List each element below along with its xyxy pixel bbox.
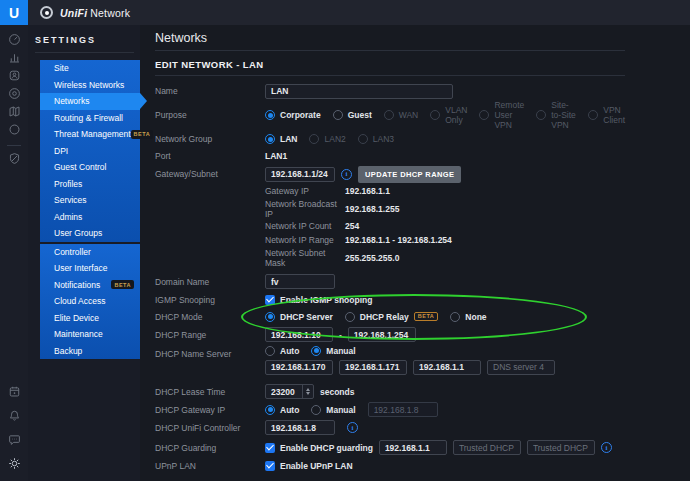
map-icon[interactable]: [8, 105, 21, 118]
shield-icon[interactable]: [8, 152, 21, 165]
chat-icon[interactable]: [8, 433, 21, 446]
update-dhcp-range-button[interactable]: UPDATE DHCP RANGE: [358, 166, 461, 183]
checkbox-checked-icon: [265, 443, 275, 453]
dhcp-gateway-option-auto[interactable]: Auto: [265, 405, 299, 415]
sidebar-item-routing-firewall[interactable]: Routing & Firewall: [40, 110, 140, 127]
radio-icon: [358, 134, 368, 144]
sidebar-item-notifications[interactable]: NotificationsBETA: [40, 277, 140, 294]
insights-icon[interactable]: [8, 123, 21, 136]
dashboard-icon[interactable]: [8, 33, 21, 46]
sidebar-item-wireless-networks[interactable]: Wireless Networks: [40, 77, 140, 94]
range-separator: -: [339, 330, 342, 340]
dhcp-unifi-controller-input[interactable]: [265, 420, 335, 435]
sidebar-item-admins[interactable]: Admins: [40, 209, 140, 226]
dns-server-2-input[interactable]: [339, 360, 407, 375]
dhcp-guarding-checkbox[interactable]: Enable DHCP guarding: [265, 443, 373, 453]
sidebar-item-site[interactable]: Site: [40, 60, 140, 77]
info-icon[interactable]: [347, 422, 358, 433]
dhcp-range-end-input[interactable]: [348, 327, 416, 342]
purpose-label: Purpose: [155, 110, 265, 120]
dhcp-mode-option-none[interactable]: None: [450, 312, 486, 322]
subnet-mask-value: 255.255.255.0: [345, 253, 399, 263]
lease-time-field: [265, 384, 314, 399]
radio-icon: [265, 405, 275, 415]
sidebar-item-networks[interactable]: Networks: [40, 93, 140, 110]
dns-server-3-input[interactable]: [413, 360, 481, 375]
subnet-info-row: Network IP Count 254: [265, 219, 625, 234]
form-row-lease-time: DHCP Lease Time seconds: [155, 383, 625, 401]
trusted-dhcp-server-3-input[interactable]: [527, 440, 595, 455]
statistics-icon[interactable]: [8, 51, 21, 64]
dhcp-range-start-input[interactable]: [265, 327, 333, 342]
sidebar-item-dpi[interactable]: DPI: [40, 143, 140, 160]
sidebar-item-threat-management[interactable]: Threat ManagementBETA: [40, 126, 140, 143]
network-group-option-lan[interactable]: LAN: [265, 134, 297, 144]
dhcp-gateway-ip-input: [368, 402, 438, 417]
app-title-unifi: UniFi: [60, 7, 87, 19]
form-row-igmp: IGMP Snooping Enable IGMP snooping: [155, 292, 625, 308]
sidebar-item-guest-control[interactable]: Guest Control: [40, 159, 140, 176]
edit-network-form: Name Purpose Corporate Guest WAN VLAN On…: [155, 83, 625, 481]
checkbox-label: Enable DHCP guarding: [280, 443, 373, 453]
radio-icon: [333, 110, 343, 120]
radio-label: Guest: [348, 110, 372, 120]
sidebar-item-cloud-access[interactable]: Cloud Access: [40, 293, 140, 310]
radio-label: None: [465, 312, 486, 322]
alerts-bell-icon[interactable]: [8, 409, 21, 422]
form-row-dhcp-guarding: DHCP Guarding Enable DHCP guarding: [155, 439, 625, 457]
radio-icon: [384, 110, 394, 120]
radio-icon: [345, 312, 355, 322]
lease-time-input[interactable]: [266, 385, 302, 398]
trusted-dhcp-server-2-input[interactable]: [453, 440, 521, 455]
upnp-label: UPnP LAN: [155, 461, 265, 471]
radio-label: LAN2: [324, 134, 345, 144]
sidebar-item-user-groups[interactable]: User Groups: [40, 225, 140, 242]
dhcp-gateway-option-manual[interactable]: Manual: [311, 405, 355, 415]
stepper-icon[interactable]: [302, 385, 313, 398]
app-brand: UniFiNetwork: [40, 6, 130, 19]
dns-server-1-input[interactable]: [265, 360, 333, 375]
info-icon[interactable]: [601, 442, 612, 453]
radio-label: Site-to-Site VPN: [551, 100, 576, 130]
radio-label: Manual: [326, 346, 355, 356]
clients-icon[interactable]: [8, 69, 21, 82]
sidebar-item-maintenance[interactable]: Maintenance: [40, 326, 140, 343]
devices-icon[interactable]: [8, 87, 21, 100]
dns-option-auto[interactable]: Auto: [265, 346, 299, 356]
dns-option-manual[interactable]: Manual: [311, 346, 355, 356]
trusted-dhcp-server-1-input[interactable]: [379, 440, 447, 455]
settings-gear-icon[interactable]: [8, 457, 21, 470]
network-group-option-lan3: LAN3: [358, 134, 394, 144]
sidebar-item-label: Maintenance: [54, 329, 103, 339]
sidebar-item-label: User Groups: [54, 228, 102, 238]
port-label: Port: [155, 151, 265, 161]
sidebar-item-controller[interactable]: Controller: [40, 244, 140, 261]
sidebar-item-label: Site: [54, 63, 69, 73]
app-title: UniFiNetwork: [60, 7, 130, 19]
sidebar-item-label: Networks: [54, 96, 89, 106]
ubiquiti-logo[interactable]: U: [0, 0, 28, 25]
sidebar-item-services[interactable]: Services: [40, 192, 140, 209]
purpose-option-guest[interactable]: Guest: [333, 110, 372, 120]
dns-server-4-input[interactable]: [487, 360, 555, 375]
upnp-checkbox[interactable]: Enable UPnP LAN: [265, 461, 353, 471]
gateway-subnet-input[interactable]: [265, 167, 335, 182]
radio-label: VPN Client: [603, 105, 625, 125]
domain-name-input[interactable]: [265, 274, 335, 289]
purpose-option-corporate[interactable]: Corporate: [265, 110, 321, 120]
sidebar-item-backup[interactable]: Backup: [40, 343, 140, 360]
info-icon[interactable]: [341, 169, 352, 180]
events-calendar-icon[interactable]: [8, 385, 21, 398]
sidebar-item-profiles[interactable]: Profiles: [40, 176, 140, 193]
dhcp-range-label: DHCP Range: [155, 330, 265, 340]
subnet-info-row: Network Subnet Mask 255.255.255.0: [265, 248, 625, 268]
sidebar-item-user-interface[interactable]: User Interface: [40, 260, 140, 277]
radio-label: Corporate: [280, 110, 321, 120]
igmp-checkbox[interactable]: Enable IGMP snooping: [265, 295, 372, 305]
sidebar-item-elite-device[interactable]: Elite Device: [40, 310, 140, 327]
dhcp-mode-option-server[interactable]: DHCP Server: [265, 312, 333, 322]
sidebar-item-label: Services: [54, 195, 87, 205]
dhcp-mode-option-relay[interactable]: DHCP RelayBETA: [345, 312, 439, 322]
name-input[interactable]: [265, 84, 453, 99]
radio-icon: [265, 312, 275, 322]
